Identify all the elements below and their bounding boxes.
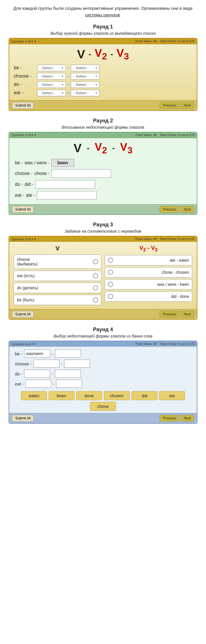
- round1-dropdown-arrow: ▾: [34, 39, 36, 43]
- r1-eat-name: eat -: [14, 90, 35, 95]
- r3-nav: Previous Next: [160, 311, 194, 318]
- round4-section: Раунд 4 Выбор недостающей формы глагола …: [0, 327, 206, 424]
- r4-do-sep: -: [52, 371, 53, 376]
- r3-left-connector-1: [93, 259, 98, 264]
- round4-title: Раунд 4: [0, 327, 206, 333]
- r3-right-connector-4: [108, 294, 113, 299]
- r3-right-header: V2 - V3: [105, 245, 192, 253]
- r4-do-v2-input[interactable]: [24, 370, 50, 378]
- r4-eat-v2-input[interactable]: [25, 380, 51, 388]
- r3-right-connector-1: [108, 258, 113, 263]
- r4-word-been[interactable]: been: [49, 391, 75, 400]
- round3-point-value: Point Value: 40: [136, 237, 157, 241]
- r1-eat-v2-select[interactable]: - Select -: [37, 90, 66, 96]
- r1-eat-v3-select[interactable]: - Select -: [71, 90, 100, 96]
- r2-submit-btn[interactable]: Submit All: [12, 206, 34, 213]
- round1-total-points: Total Points: 0 out of 170: [160, 39, 194, 43]
- r2-next-btn[interactable]: Next: [180, 206, 194, 213]
- r3-next-btn[interactable]: Next: [180, 311, 194, 318]
- round4-footer: Submit All Previous Next: [9, 413, 197, 423]
- round4-total-points: Total Points: 0 out of 170: [160, 342, 194, 346]
- round4-body: be - was/were - choose - - do - -: [9, 347, 197, 413]
- r3-right-item-2[interactable]: chose - chosen: [105, 267, 192, 277]
- r4-be-v3-input[interactable]: [55, 350, 81, 358]
- r4-next-btn[interactable]: Next: [180, 415, 194, 422]
- r4-word-done[interactable]: done: [76, 391, 102, 400]
- round4-point-value: Point Value: 40: [136, 342, 157, 346]
- r3-left-item-2[interactable]: eat (есть): [14, 271, 101, 281]
- round2-verb-header: V - V2 - V3: [15, 141, 191, 156]
- r3-left-text-2: eat (есть): [17, 273, 35, 278]
- r3-left-item-4[interactable]: be (быть): [14, 295, 101, 305]
- r4-prev-btn[interactable]: Previous: [160, 415, 180, 422]
- r2-do-row: do - did -: [15, 180, 191, 189]
- round3-frame-header: Question 3 of 4 ▾ Point Value: 40 Total …: [9, 236, 197, 242]
- r4-word-did[interactable]: did: [131, 391, 157, 400]
- r4-choose-v2-input[interactable]: [33, 360, 59, 368]
- r2-eat-v3-input[interactable]: [37, 191, 97, 200]
- r4-word-chosen[interactable]: chosen: [104, 391, 130, 400]
- r4-eat-row: eat - -: [15, 380, 191, 388]
- round2-body: V - V2 - V3 be - was / were - been choos…: [9, 138, 197, 205]
- r2-prev-btn[interactable]: Previous: [160, 206, 180, 213]
- r2-be-v3-given: been: [51, 159, 74, 167]
- r4-word-eaten[interactable]: eaten: [21, 391, 47, 400]
- round4-frame-header: Question 4 of 4 ▾ Point Value: 40 Total …: [9, 341, 197, 347]
- round4-question-label: Question 4 of 4: [12, 342, 33, 346]
- r4-eat-v3-input[interactable]: [56, 380, 82, 388]
- r1-v3-label: V3: [117, 47, 129, 62]
- r4-do-row: do - -: [15, 370, 191, 378]
- r3-left-text-1: choose(выбирать): [17, 257, 38, 266]
- r1-be-v3-select[interactable]: - Select -: [71, 65, 100, 71]
- r2-nav: Previous Next: [160, 206, 194, 213]
- r4-do-v3-input[interactable]: [55, 370, 81, 378]
- rounds-link[interactable]: системы раундов: [85, 12, 120, 17]
- r2-do-v3-input[interactable]: [35, 180, 95, 189]
- round3-frame: Question 3 of 4 ▾ Point Value: 40 Total …: [9, 236, 197, 320]
- round1-frame: Question 1 of 4 ▾ Point Value: 40 Total …: [9, 38, 197, 111]
- r1-submit-btn[interactable]: Submit All: [12, 102, 34, 109]
- r2-v3-label: V3: [120, 141, 132, 156]
- r3-right-text-2: chose - chosen: [162, 270, 189, 275]
- r1-prev-btn[interactable]: Previous: [160, 102, 180, 109]
- r4-eat-name: eat -: [15, 381, 24, 386]
- r4-choose-name: choose -: [15, 361, 32, 366]
- round3-section: Раунд 3 Задание на соответствие с перево…: [0, 222, 206, 320]
- round4-subtitle: Выбор недостающей формы глагола из банка…: [0, 334, 206, 338]
- r3-right-item-1[interactable]: ate - eaten: [105, 255, 192, 265]
- r4-submit-btn[interactable]: Submit All: [12, 415, 34, 422]
- r1-do-v3-select[interactable]: - Select -: [71, 81, 100, 88]
- r3-left-item-1[interactable]: choose(выбирать): [14, 254, 101, 269]
- r3-right-item-4[interactable]: did - done: [105, 291, 192, 302]
- r1-be-v2-select[interactable]: - Select -: [37, 65, 66, 71]
- r2-eat-name: eat -: [15, 193, 24, 198]
- r3-left-text-4: be (быть): [17, 298, 35, 302]
- r3-right-connector-3: [108, 282, 113, 287]
- round1-footer: Submit All Previous Next: [9, 100, 197, 110]
- intro-text1: Для каждой группы были созданы интеракти…: [13, 6, 192, 11]
- r4-word-chose[interactable]: chose: [90, 402, 116, 411]
- r1-choose-name: choose -: [14, 74, 35, 79]
- round1-frame-header: Question 1 of 4 ▾ Point Value: 40 Total …: [9, 38, 197, 44]
- r4-choose-v3-input[interactable]: [64, 360, 90, 368]
- r3-right-text-4: did - done: [171, 294, 189, 299]
- r2-choose-v2: chose -: [34, 171, 49, 176]
- r4-choose-sep: -: [61, 361, 62, 366]
- r1-choose-sep: -: [68, 74, 69, 79]
- r1-choose-v2-select[interactable]: - Select -: [37, 73, 66, 80]
- r2-choose-v3-input[interactable]: [51, 169, 111, 178]
- round3-right-col: V2 - V3 ate - eaten chose - chosen was /…: [105, 245, 192, 307]
- round1-subtitle: Выбор нужной формы глагола из выпадающег…: [0, 31, 206, 36]
- r3-left-item-3[interactable]: do (делать): [14, 283, 101, 293]
- round2-dropdown-arrow: ▾: [34, 133, 36, 137]
- r1-do-v2-select[interactable]: - Select -: [37, 81, 66, 88]
- r3-prev-btn[interactable]: Previous: [160, 311, 180, 318]
- r1-next-btn[interactable]: Next: [180, 102, 194, 109]
- r3-right-item-3[interactable]: was / were - been: [105, 279, 192, 290]
- r4-word-ate[interactable]: ate: [159, 391, 185, 400]
- r1-v1-label: V: [77, 47, 85, 61]
- r1-choose-v3-select[interactable]: - Select -: [71, 73, 100, 80]
- r2-eat-v2: ate -: [26, 193, 35, 198]
- round1-question-label: Question 1 of 4: [12, 40, 33, 43]
- r3-submit-btn[interactable]: Submit All: [12, 311, 34, 318]
